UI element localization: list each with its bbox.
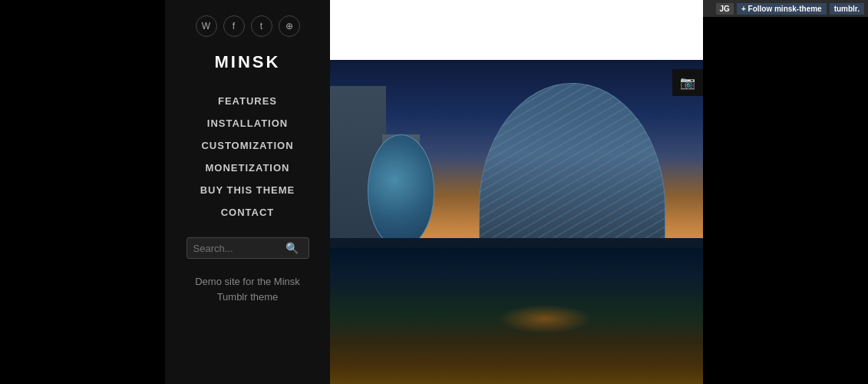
search-container: 🔍 (186, 237, 309, 259)
tumblr-logo: tumblr. (830, 3, 864, 15)
search-input[interactable] (193, 243, 285, 254)
sidebar: W f t ⊕ MINSK FEATURES INSTALLATION CUST… (165, 0, 330, 384)
social-icons-container: W f t ⊕ (196, 15, 300, 37)
top-white-area (330, 0, 703, 60)
nav-customization[interactable]: CUSTOMIZATION (201, 136, 293, 155)
site-title: MINSK (215, 52, 281, 72)
jg-badge: JG (716, 3, 734, 15)
nav-installation[interactable]: INSTALLATION (207, 114, 288, 133)
twitter-icon[interactable]: t (251, 15, 272, 37)
tumblr-bar: JG + Follow minsk-theme tumblr. (703, 0, 868, 17)
left-decorative-strip (0, 0, 165, 384)
nav-features[interactable]: FEATURES (218, 91, 277, 111)
search-icon: 🔍 (285, 242, 299, 254)
search-button[interactable]: 🔍 (285, 242, 299, 254)
facebook-icon[interactable]: f (223, 15, 245, 37)
nav-monetization[interactable]: MONETIZATION (206, 158, 290, 177)
nav-contact[interactable]: CONTACT (221, 203, 275, 222)
featured-image (330, 60, 703, 384)
site-tagline: Demo site for the Minsk Tumblr theme (180, 274, 315, 304)
wordpress-icon[interactable]: W (196, 15, 217, 37)
rss-icon[interactable]: ⊕ (279, 15, 300, 37)
camera-icon: 📷 (680, 75, 695, 90)
featured-image-container: 📷 (330, 60, 703, 384)
architecture-scene (330, 60, 703, 384)
right-decorative-strip: JG + Follow minsk-theme tumblr. (703, 0, 868, 384)
nav-buy-theme[interactable]: BUY THIS THEME (200, 180, 295, 200)
main-navigation: FEATURES INSTALLATION CUSTOMIZATION MONE… (165, 91, 330, 222)
follow-button[interactable]: + Follow minsk-theme (737, 3, 827, 15)
main-content: 📷 (330, 0, 703, 384)
camera-icon-overlay: 📷 (672, 69, 703, 96)
